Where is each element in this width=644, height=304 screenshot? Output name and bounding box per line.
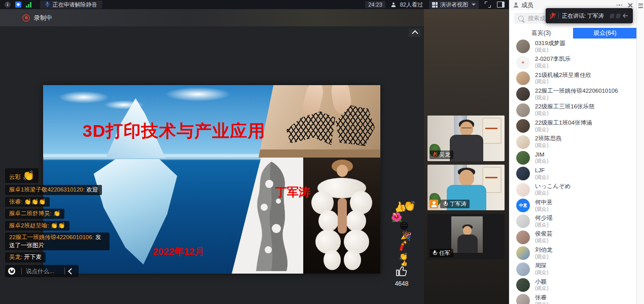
avatar: 中意 [516,199,530,212]
chat-input[interactable] [25,268,61,275]
member-role: (观众) [535,301,549,304]
chat-text: 👏👏 [51,222,65,229]
chat-username: 云彩 [9,174,21,180]
divider [64,268,65,275]
panel-title: 成员 [521,1,533,10]
fullscreen-icon[interactable] [485,2,491,8]
member-row[interactable]: 张睿 (观众) [509,293,637,304]
reaction-shortcut-icon[interactable] [616,14,621,18]
member-row[interactable]: 2班陈思燕 (观众) [509,134,637,149]
member-name: 侯俊芸 [535,231,553,238]
member-role: (观众) [535,79,591,85]
members-panel: 成员 嘉宾(3) 观众(64) 0319成梦圆 (观众) ✈ [509,0,636,304]
window-titlebar: i 正在申请解除静音 24:23 82人看过 演讲者视图 [0,0,509,9]
member-row[interactable]: 0319成梦圆 (观众) [509,39,637,54]
more-options-icon[interactable] [617,5,623,6]
chat-input-bar[interactable] [5,265,79,277]
close-icon[interactable] [627,3,632,8]
video-tile-wulong[interactable]: 吴龙 [427,116,505,161]
like-widget: 4648 [390,265,413,287]
reaction-shortcut-icon[interactable] [610,14,615,18]
chevron-left-icon[interactable] [68,268,75,275]
model-torso [338,198,347,234]
member-name: 22服工一班姚传琼42206010106 [535,88,618,95]
elapsed-time: 24:23 [365,1,385,8]
avatar [516,262,530,276]
info-icon[interactable]: i [5,2,11,8]
member-role: (观众) [535,110,595,117]
viewer-count: 82人看过 [391,1,423,9]
member-name: 2-0207李凯乐 [535,56,570,63]
video-strip: 吴龙 丁军涛 任军 [424,9,509,304]
avatar [516,71,530,85]
collapse-up-button[interactable] [409,28,421,37]
shield-icon[interactable] [15,2,21,8]
member-row[interactable]: 周琛 (观众) [509,261,637,277]
view-mode-selector[interactable]: 演讲者视图 [429,1,479,9]
member-row[interactable]: 侯俊芸 (观众) [509,230,637,245]
member-name: 周琛 [535,262,549,270]
mic-on-icon [433,250,437,256]
member-row[interactable]: JIM (观众) [509,150,637,166]
member-list: 0319成梦圆 (观众) ✈ 2-0207李凯乐 (观众) 21级机械2班呈甫佳… [509,39,637,304]
member-row[interactable]: いっこんぞめ (观众) [509,182,637,198]
participant-name-tag: 吴龙 [430,150,453,159]
tab-audience[interactable]: 观众(64) [573,28,637,39]
hamburger-menu-icon[interactable] [638,4,643,9]
chat-text: 👏 [53,210,60,216]
member-row[interactable]: 22级服工三班16张乐慈 (观众) [509,102,637,118]
avatar [516,40,530,53]
chat-message: 张睿: 👏👏👏 [5,197,50,207]
member-name: LJF [535,167,549,174]
thumbs-up-icon[interactable] [395,265,408,277]
video-tile-dingjuntao[interactable]: 丁军涛 [427,165,505,210]
member-row[interactable]: 小颖 (观众) [509,277,637,293]
presenter-badge-icon [430,200,438,208]
chat-message: 服卓1班梁子敬42206310120: 欢迎 [5,185,102,195]
mic-request-label: 正在申请解除静音 [53,1,97,9]
member-row[interactable]: 刘伯龙 (观众) [509,245,637,261]
member-role: (观众) [535,63,570,69]
divider [558,12,559,19]
member-name: 刘伯龙 [535,247,553,254]
member-name: 22级服工1班04张博涵 [535,120,592,127]
avatar [516,183,530,197]
reaction-emoji: 😁 [400,222,409,231]
floor [256,149,380,158]
member-name: 22级服工三班16张乐慈 [535,103,595,110]
chat-message: 云彩 👏 [5,168,39,183]
chat-message: 22服工一班姚传琼42206010106: 发送了一张图片 [5,233,110,250]
member-tabs: 嘉宾(3) 观众(64) [509,28,637,39]
video-tile-renjun[interactable]: 任军 [427,214,505,259]
side-panel-toggle-icon[interactable] [497,2,505,8]
chat-username: 张睿: [9,199,22,205]
emoji-picker-icon[interactable] [8,268,15,275]
member-row[interactable]: 何少瑶 (观众) [509,213,637,229]
mic-request-banner[interactable]: 正在申请解除静音 [40,1,102,9]
member-name: 何中意 [535,199,553,206]
member-row[interactable]: LJF (观众) [509,166,637,181]
chat-username: 22服工一班姚传琼42206010106: [9,234,94,240]
recording-bar: 录制中 [0,9,424,26]
member-role: (观众) [535,206,553,212]
member-role: (观众) [535,174,549,180]
member-row[interactable]: 21级机械2班呈甫佳欣 (观众) [509,70,637,86]
mic-muted-icon [550,13,555,19]
reply-arrow-icon[interactable] [622,13,629,19]
tab-guests[interactable]: 嘉宾(3) [509,28,573,39]
chat-username: 服卓2班赵呈喻: [9,222,49,229]
member-row[interactable]: ✈ 2-0207李凯乐 (观众) [509,54,637,70]
member-row[interactable]: 中意 何中意 (观众) [509,198,637,213]
recording-label: 录制中 [34,14,52,22]
avatar [516,278,530,292]
member-role: (观众) [535,222,553,228]
record-icon [22,14,30,22]
divider [21,268,22,275]
avatar [516,246,530,260]
participant-name: 丁军涛 [450,200,467,208]
member-row[interactable]: 22级服工1班04张博涵 (观众) [509,118,637,134]
chat-username: 服卓二班舒博昊: [9,210,52,216]
member-row[interactable]: 22服工一班姚传琼42206010106 (观众) [509,86,637,102]
member-name: JIM [535,151,549,159]
avatar [516,87,530,101]
